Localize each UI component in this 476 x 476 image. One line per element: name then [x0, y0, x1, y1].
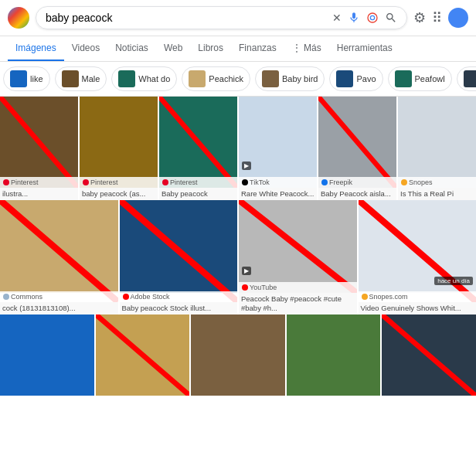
filter-chips: like Male What do Peachick Baby bird Pav… [0, 62, 476, 97]
user-avatar[interactable] [448, 8, 468, 28]
settings-icon[interactable]: ⚙ [413, 9, 426, 26]
caption-r2c3: Peacock Baby #peacock #cute #baby #h... [239, 293, 357, 314]
caption-r1c4: Rare White Peacock... [239, 188, 317, 200]
caption-r1c1: ilustra... [0, 188, 78, 200]
source-badge-r2c4: Snopes.com [359, 291, 477, 302]
chip-pavo[interactable]: Pavo [329, 66, 382, 91]
chip-thumb-male [62, 70, 79, 87]
tab-libros[interactable]: Libros [190, 36, 231, 61]
tab-images[interactable]: Imágenes [8, 36, 64, 61]
caption-r2c4: Video Genuinely Shows Whit... [359, 302, 477, 314]
chip-thumb-peafowl [395, 70, 412, 87]
source-badge-r2c3: YouTube [239, 282, 357, 293]
chip-whatdo[interactable]: What do [111, 66, 177, 91]
image-cell-r1c2[interactable]: Pinterest baby peacock (as... [80, 97, 158, 200]
image-cell-r3c3[interactable] [191, 314, 285, 396]
image-row-3 [0, 314, 476, 396]
apps-icon[interactable]: ⠿ [432, 9, 442, 26]
tab-web[interactable]: Web [156, 36, 190, 61]
chip-babybird[interactable]: Baby bird [255, 66, 325, 91]
source-badge-r2c2: Adobe Stock [120, 291, 238, 302]
chip-label-babybird: Baby bird [282, 74, 318, 83]
image-cell-r1c4[interactable]: ▶ TikTok Rare White Peacock... [239, 97, 317, 200]
voice-search-button[interactable] [348, 12, 360, 24]
source-badge-r1c2: Pinterest [80, 177, 158, 188]
chip-label-whatdo: What do [138, 74, 170, 83]
source-badge-r1c1: Pinterest [0, 177, 78, 188]
caption-r2c2: Baby peacock Stock illust... [120, 302, 238, 314]
caption-r1c5: Baby Peacock aisla... [318, 188, 396, 200]
chip-label-like: like [30, 74, 43, 83]
chip-a[interactable]: A [457, 66, 476, 91]
svg-point-1 [370, 15, 374, 19]
search-input[interactable] [46, 12, 326, 24]
lens-button[interactable] [366, 12, 379, 24]
clear-button[interactable]: ✕ [332, 12, 342, 24]
image-cell-r1c6[interactable]: Snopes Is This a Real Pi [398, 97, 476, 200]
search-button[interactable] [385, 12, 397, 24]
search-bar: ✕ [36, 6, 407, 29]
chip-label-male: Male [82, 74, 100, 83]
caption-r2c1: cock (18131813108)... [0, 302, 118, 314]
tab-finanzas[interactable]: Finanzas [231, 36, 284, 61]
caption-r1c6: Is This a Real Pi [398, 188, 476, 200]
chip-thumb-pavo [336, 70, 353, 87]
source-badge-r1c3: Pinterest [159, 177, 237, 188]
nav-tabs: Imágenes Videos Noticias Web Libros Fina… [0, 36, 476, 62]
play-overlay-r1c4: ▶ [242, 157, 251, 171]
image-cell-r3c5[interactable] [382, 314, 476, 396]
image-cell-r1c5[interactable]: Freepik Baby Peacock aisla... [318, 97, 396, 200]
image-cell-r3c1[interactable] [0, 314, 94, 396]
chip-thumb-a [464, 70, 476, 87]
google-logo [8, 7, 29, 29]
image-cell-r2c1[interactable]: Commons cock (18131813108)... [0, 200, 118, 314]
tab-herramientas[interactable]: Herramientas [329, 36, 400, 61]
header-right: ⚙ ⠿ [413, 8, 468, 28]
chip-like[interactable]: like [3, 66, 50, 91]
tab-noticias[interactable]: Noticias [107, 36, 156, 61]
image-cell-r2c4[interactable]: hace un día Snopes.com Video Genuinely S… [359, 200, 477, 314]
source-badge-r1c4: TikTok [239, 177, 317, 188]
image-row-2: Commons cock (18131813108)... Adobe Stoc… [0, 200, 476, 314]
chip-label-peachick: Peachick [209, 74, 243, 83]
chip-thumb-like [10, 70, 27, 87]
chip-label-pavo: Pavo [356, 74, 376, 83]
svg-point-0 [368, 13, 377, 22]
image-cell-r2c2[interactable]: Adobe Stock Baby peacock Stock illust... [120, 200, 238, 314]
source-badge-r1c5: Freepik [318, 177, 396, 188]
chip-thumb-whatdo [118, 70, 135, 87]
caption-r1c2: baby peacock (as... [80, 188, 158, 200]
source-badge-r1c6: Snopes [398, 177, 476, 188]
chip-thumb-peachick [189, 70, 206, 87]
image-cell-r3c4[interactable] [287, 314, 381, 396]
image-cell-r1c3[interactable]: Pinterest Baby peacock [159, 97, 237, 200]
chip-thumb-babybird [262, 70, 279, 87]
chip-peachick[interactable]: Peachick [182, 66, 250, 91]
tab-mas[interactable]: ⋮ Más [284, 36, 329, 61]
image-cell-r3c2[interactable] [96, 314, 190, 396]
image-cell-r1c1[interactable]: Pinterest ilustra... [0, 97, 78, 200]
image-row-1: Pinterest ilustra... Pinterest baby peac… [0, 97, 476, 200]
chip-label-peafowl: Peafowl [415, 74, 445, 83]
time-badge-r2c4: hace un día [434, 277, 473, 285]
play-overlay-r2c3: ▶ [242, 262, 251, 276]
header: ✕ ⚙ ⠿ [0, 0, 476, 36]
image-cell-r2c3[interactable]: ▶ YouTube Peacock Baby #peacock #cute #b… [239, 200, 357, 314]
tab-videos[interactable]: Videos [64, 36, 107, 61]
source-badge-r2c1: Commons [0, 291, 118, 302]
caption-r1c3: Baby peacock [159, 188, 237, 200]
chip-peafowl[interactable]: Peafowl [388, 66, 452, 91]
chip-male[interactable]: Male [55, 66, 107, 91]
